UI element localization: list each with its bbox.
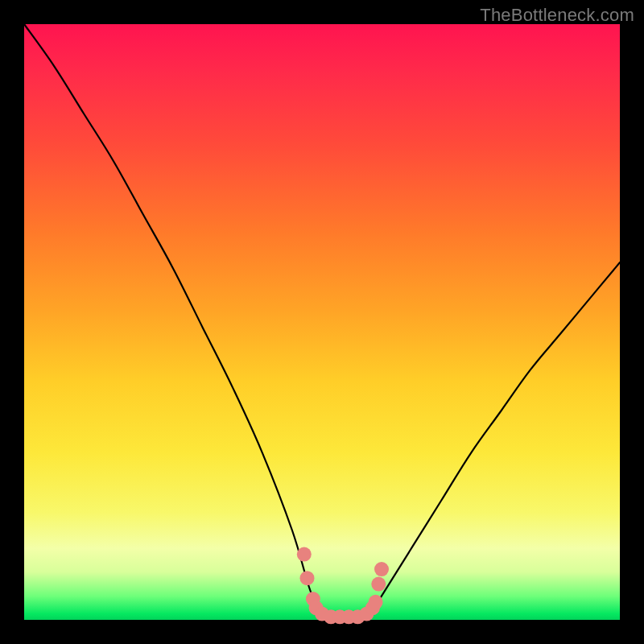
- curve-marker: [371, 577, 386, 592]
- curve-marker: [297, 547, 312, 562]
- curve-marker: [300, 571, 315, 585]
- bottleneck-curve: [24, 24, 620, 621]
- curve-marker: [374, 562, 389, 576]
- curve-markers: [297, 547, 389, 625]
- watermark-text: TheBottleneck.com: [480, 5, 634, 26]
- plot-area: [24, 24, 620, 620]
- chart-frame: TheBottleneck.com: [0, 0, 644, 644]
- curve-marker: [369, 595, 383, 609]
- chart-svg: [24, 24, 620, 620]
